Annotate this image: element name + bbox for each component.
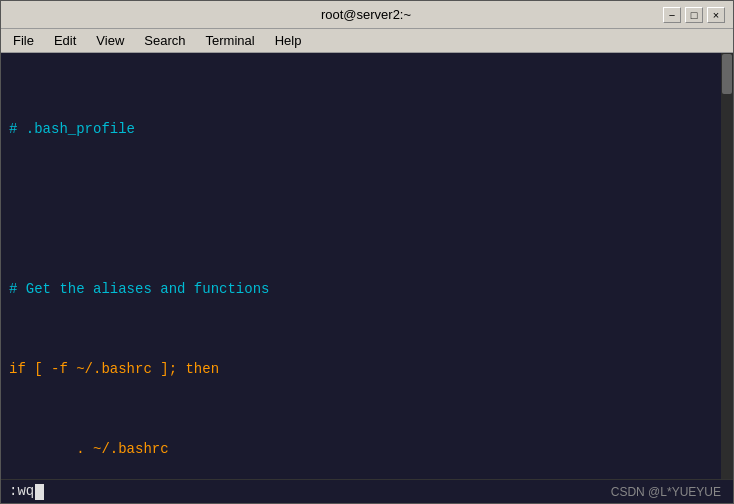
menubar: File Edit View Search Terminal Help	[1, 29, 733, 53]
close-button[interactable]: ×	[707, 7, 725, 23]
terminal-window: root@server2:~ − □ × File Edit View Sear…	[0, 0, 734, 504]
titlebar: root@server2:~ − □ ×	[1, 1, 733, 29]
watermark: CSDN @L*YUEYUE	[611, 485, 721, 499]
statusbar: :wq CSDN @L*YUEYUE	[1, 479, 733, 503]
line-2	[9, 199, 725, 219]
scrollbar[interactable]	[721, 53, 733, 479]
menu-terminal[interactable]: Terminal	[198, 31, 263, 50]
line-1: # .bash_profile	[9, 119, 725, 139]
terminal-content: # .bash_profile # Get the aliases and fu…	[9, 59, 725, 479]
if-line: if [ -f ~/.bashrc ]; then	[9, 361, 219, 377]
comment-1: # .bash_profile	[9, 121, 135, 137]
menu-view[interactable]: View	[88, 31, 132, 50]
comment-2: # Get the aliases and functions	[9, 281, 269, 297]
minimize-button[interactable]: −	[663, 7, 681, 23]
window-title: root@server2:~	[69, 7, 663, 22]
line-3: # Get the aliases and functions	[9, 279, 725, 299]
line-4: if [ -f ~/.bashrc ]; then	[9, 359, 725, 379]
line-5: . ~/.bashrc	[9, 439, 725, 459]
menu-edit[interactable]: Edit	[46, 31, 84, 50]
maximize-button[interactable]: □	[685, 7, 703, 23]
source-bashrc: . ~/.bashrc	[9, 441, 169, 457]
command-input[interactable]: :wq	[9, 483, 44, 499]
menu-search[interactable]: Search	[136, 31, 193, 50]
window-controls[interactable]: − □ ×	[663, 7, 725, 23]
menu-file[interactable]: File	[5, 31, 42, 50]
menu-help[interactable]: Help	[267, 31, 310, 50]
terminal-area[interactable]: # .bash_profile # Get the aliases and fu…	[1, 53, 733, 479]
cursor	[35, 484, 44, 500]
scrollbar-thumb[interactable]	[722, 54, 732, 94]
